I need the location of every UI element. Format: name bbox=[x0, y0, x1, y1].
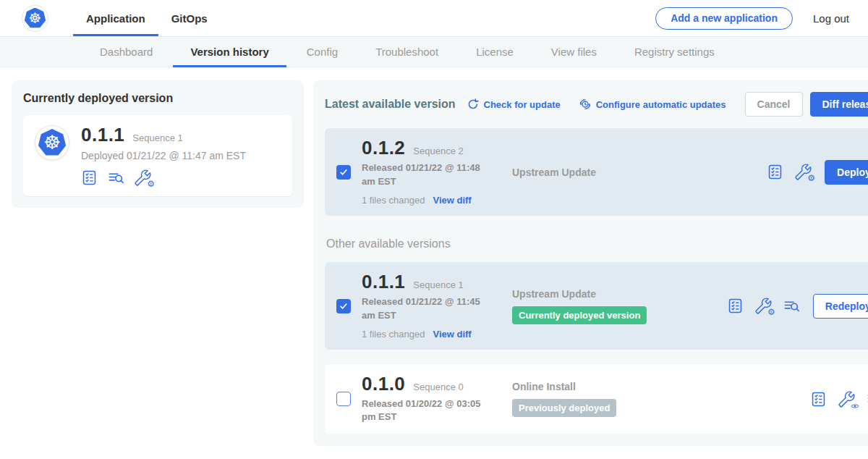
released-timestamp: Released 01/20/22 @ 03:05 pm EST bbox=[362, 397, 496, 424]
subtab-config[interactable]: Config bbox=[288, 37, 357, 67]
tab-gitops[interactable]: GitOps bbox=[158, 0, 221, 36]
preflight-checklist-icon[interactable] bbox=[810, 391, 827, 408]
deployed-version-tile: ☸ 0.1.1 Sequence 1 Deployed 01/21/22 @ 1… bbox=[23, 115, 292, 196]
gear-icon: ⚙ bbox=[147, 180, 155, 188]
edit-config-icon[interactable]: ⚙ bbox=[755, 298, 772, 314]
version-number: 0.1.1 bbox=[362, 272, 405, 291]
currently-deployed-badge: Currently deployed version bbox=[512, 306, 647, 324]
edit-config-icon[interactable]: ⚙ bbox=[135, 169, 151, 186]
deploy-logs-icon[interactable] bbox=[108, 169, 124, 186]
main-content: Currently deployed version ☸ 0.1.1 Seque… bbox=[0, 67, 868, 446]
top-nav: ☸ Application GitOps Add a new applicati… bbox=[0, 0, 868, 36]
logout-link[interactable]: Log out bbox=[813, 12, 849, 25]
panel-title: Latest available version bbox=[325, 98, 456, 111]
version-row-0-1-1: 0.1.1 Sequence 1 Released 01/21/22 @ 11:… bbox=[325, 262, 868, 350]
currently-deployed-card: Currently deployed version ☸ 0.1.1 Seque… bbox=[12, 80, 304, 208]
version-source: Upstream Update bbox=[512, 288, 727, 300]
sequence-label: Sequence 0 bbox=[413, 382, 463, 392]
checkmark-icon bbox=[339, 167, 349, 177]
subtab-dashboard[interactable]: Dashboard bbox=[81, 37, 171, 67]
version-source: Online Install bbox=[512, 381, 810, 392]
preflight-checklist-icon[interactable] bbox=[81, 169, 98, 186]
kubernetes-logo: ☸ bbox=[22, 5, 48, 32]
available-versions-panel: Latest available version Check for updat… bbox=[313, 80, 868, 446]
sequence-label: Sequence 1 bbox=[413, 279, 463, 290]
app-icon: ☸ bbox=[35, 125, 69, 160]
preflight-checklist-icon[interactable] bbox=[727, 298, 744, 314]
clock-refresh-icon bbox=[579, 98, 591, 110]
subtab-version-history[interactable]: Version history bbox=[171, 37, 287, 67]
version-row-0-1-2: 0.1.2 Sequence 2 Released 01/21/22 @ 11:… bbox=[325, 128, 868, 216]
view-config-icon[interactable] bbox=[838, 391, 855, 408]
view-diff-link[interactable]: View diff bbox=[433, 195, 471, 206]
deployed-card-title: Currently deployed version bbox=[23, 92, 292, 105]
redeploy-button[interactable]: Redeploy bbox=[813, 294, 868, 319]
cancel-button[interactable]: Cancel bbox=[745, 92, 803, 117]
app-sub-nav: Dashboard Version history Config Trouble… bbox=[0, 36, 868, 67]
version-number: 0.1.2 bbox=[362, 138, 405, 157]
deploy-logs-icon[interactable] bbox=[783, 298, 800, 314]
deployed-sequence-label: Sequence 1 bbox=[132, 132, 182, 143]
previously-deployed-badge: Previously deployed bbox=[512, 399, 616, 417]
version-row-0-1-0: 0.1.0 Sequence 0 Released 01/20/22 @ 03:… bbox=[325, 364, 868, 434]
gear-icon: ⚙ bbox=[767, 308, 775, 316]
kubernetes-wheel-icon: ☸ bbox=[25, 8, 46, 29]
diff-releases-button[interactable]: Diff releases bbox=[810, 92, 868, 117]
version-checkbox[interactable] bbox=[336, 165, 351, 180]
sequence-label: Sequence 2 bbox=[413, 146, 463, 156]
files-changed-label: 1 files changed bbox=[362, 195, 425, 206]
add-application-button[interactable]: Add a new application bbox=[655, 7, 793, 30]
version-number: 0.1.0 bbox=[362, 374, 405, 393]
version-source: Upstream Update bbox=[512, 167, 767, 178]
check-for-update-link[interactable]: Check for update bbox=[467, 98, 561, 110]
other-versions-label: Other available versions bbox=[326, 237, 868, 250]
configure-updates-label: Configure automatic updates bbox=[596, 99, 726, 110]
subtab-troubleshoot[interactable]: Troubleshoot bbox=[357, 37, 457, 67]
kubernetes-wheel-icon: ☸ bbox=[38, 129, 67, 156]
deployed-version-number: 0.1.1 bbox=[81, 125, 124, 144]
top-nav-tabs: Application GitOps bbox=[73, 0, 221, 36]
subtab-registry-settings[interactable]: Registry settings bbox=[616, 37, 733, 67]
files-changed-label: 1 files changed bbox=[362, 329, 425, 340]
deployed-timestamp: Deployed 01/21/22 @ 11:47 am EST bbox=[81, 150, 246, 161]
released-timestamp: Released 01/21/22 @ 11:48 am EST bbox=[362, 161, 496, 188]
tab-application[interactable]: Application bbox=[73, 0, 158, 36]
eye-icon bbox=[851, 403, 859, 409]
deploy-button[interactable]: Deploy bbox=[825, 160, 868, 185]
refresh-icon bbox=[467, 98, 479, 110]
gear-icon: ⚙ bbox=[807, 174, 815, 182]
released-timestamp: Released 01/21/22 @ 11:45 am EST bbox=[362, 295, 496, 321]
version-checkbox[interactable] bbox=[336, 392, 351, 406]
version-checkbox[interactable] bbox=[336, 299, 351, 313]
checkmark-icon bbox=[339, 301, 349, 311]
configure-automatic-updates-link[interactable]: Configure automatic updates bbox=[579, 98, 726, 110]
subtab-view-files[interactable]: View files bbox=[532, 37, 616, 67]
edit-config-icon[interactable]: ⚙ bbox=[795, 164, 812, 180]
preflight-checklist-icon[interactable] bbox=[767, 164, 783, 180]
check-for-update-label: Check for update bbox=[484, 99, 561, 110]
view-diff-link[interactable]: View diff bbox=[433, 329, 471, 340]
subtab-license[interactable]: License bbox=[457, 37, 532, 67]
